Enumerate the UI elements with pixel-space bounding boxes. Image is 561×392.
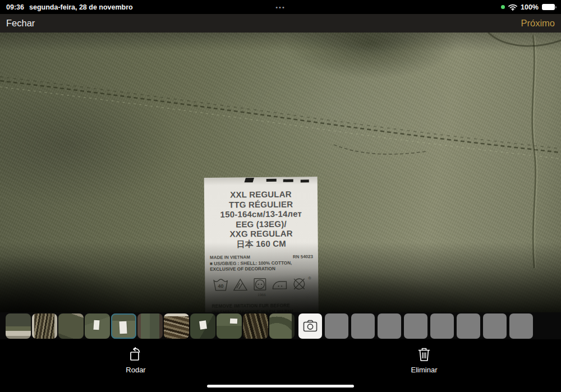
- thumbnail-strip: [0, 312, 561, 339]
- tumble-dry-icon: [251, 276, 268, 290]
- rotate-label: Rodar: [126, 366, 145, 374]
- care-line: WASHING/ MACHINE WASH WARM/: [212, 308, 312, 312]
- empty-slot-8: [509, 313, 533, 339]
- home-indicator[interactable]: [207, 385, 354, 388]
- made-in-text: MADE IN VIETNAM: [210, 255, 250, 260]
- wash-40-icon: 40: [212, 276, 229, 291]
- thumbnail-photo-8[interactable]: [190, 313, 215, 339]
- thumbnail-photo-9[interactable]: [217, 313, 242, 339]
- thumbnail-label-tag: [119, 321, 127, 334]
- thumbnail-photo-11[interactable]: [269, 313, 295, 339]
- rotate-icon: [128, 347, 143, 362]
- material-line-2: EXCLUSIVE OF DECORATION: [210, 266, 313, 273]
- trash-icon: [417, 347, 431, 362]
- size-line: 日本 160 CM: [205, 238, 318, 249]
- next-button[interactable]: Próximo: [521, 18, 555, 29]
- thumbnail-photo-10[interactable]: [243, 313, 268, 339]
- empty-slot-1: [325, 313, 348, 339]
- multitask-indicator[interactable]: •••: [0, 4, 561, 11]
- thumbnail-photo-4[interactable]: [85, 313, 110, 339]
- garment-care-label: XXL REGULAR TTG RÉGULIER 150-164см/13-14…: [204, 177, 319, 312]
- registered-mark: ®: [308, 276, 311, 280]
- thumbnail-photo-6[interactable]: [137, 313, 163, 339]
- thumbnail-label-tag: [93, 320, 99, 330]
- empty-slot-4: [404, 313, 427, 339]
- thumbnail-photo-5[interactable]: [111, 313, 136, 339]
- size-line: XXL REGULAR: [204, 189, 318, 200]
- empty-slot-3: [378, 313, 401, 339]
- size-line: TTG RÉGULIER: [204, 199, 318, 210]
- rn-number: RN 54023: [293, 254, 313, 259]
- do-not-dry-clean-icon: [291, 276, 307, 290]
- status-bar: 09:36 segunda-feira, 28 de novembro ••• …: [0, 0, 561, 14]
- care-code: 1966: [205, 292, 318, 297]
- empty-slot-7: [483, 313, 507, 339]
- size-line: EEG (13EG)/: [204, 219, 318, 229]
- delete-button[interactable]: Eliminar: [399, 347, 449, 374]
- take-photo-button[interactable]: [298, 313, 322, 339]
- nav-bar: Fechar Próximo: [0, 14, 561, 33]
- photo-preview[interactable]: XXL REGULAR TTG RÉGULIER 150-164см/13-14…: [0, 33, 561, 312]
- care-symbols-row: 40: [205, 276, 318, 292]
- empty-slot-6: [457, 313, 480, 339]
- delete-label: Eliminar: [411, 366, 438, 374]
- non-chlorine-bleach-icon: [232, 276, 249, 291]
- rotate-button[interactable]: Rodar: [111, 347, 161, 374]
- thumbnail-photo-2[interactable]: [32, 313, 57, 339]
- camera-icon: [303, 320, 318, 332]
- battery-icon: [542, 4, 555, 10]
- close-button[interactable]: Fechar: [6, 18, 35, 29]
- care-instructions: REMOVE IMITATION FUR BEFORE WASHING/ MAC…: [205, 302, 319, 312]
- label-meta-row: MADE IN VIETNAM RN 54023: [205, 254, 318, 260]
- thumbnail-label-tag: [199, 320, 207, 330]
- empty-slot-2: [351, 313, 375, 339]
- svg-text:40: 40: [218, 283, 223, 289]
- thumbnail-photo-7[interactable]: [164, 313, 189, 339]
- thumbnail-photo-3[interactable]: [58, 313, 84, 339]
- material-text: ■ US/GB/EG : SHELL: 100% COTTON, EXCLUSI…: [205, 260, 318, 273]
- size-line: XXG REGULAR: [205, 228, 318, 239]
- thumbnail-photo-1[interactable]: [6, 313, 31, 339]
- bottom-toolbar: Rodar Eliminar: [0, 339, 561, 381]
- empty-slot-5: [430, 313, 454, 339]
- size-text-block: XXL REGULAR TTG RÉGULIER 150-164см/13-14…: [204, 189, 318, 249]
- size-line: 150-164см/13-14лет: [204, 209, 318, 219]
- label-top-cutoff-marks: [204, 177, 318, 185]
- screen: 09:36 segunda-feira, 28 de novembro ••• …: [0, 0, 561, 392]
- iron-icon: [271, 276, 288, 290]
- thumbnail-label-tag: [230, 318, 237, 324]
